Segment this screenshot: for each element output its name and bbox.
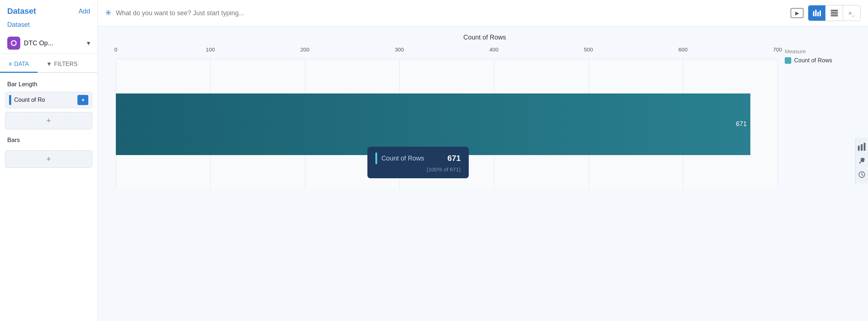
tab-filters-label: FILTERS [54,61,77,67]
field-chip-dropdown-btn[interactable]: ▾ [77,95,88,105]
sidebar: Dataset Add Dataset DTC Op... ▾ ≡ DATA ▼… [0,0,98,321]
x-label-700: 700 [773,46,782,53]
x-label-300: 300 [395,46,404,53]
tooltip-value: 671 [447,154,461,163]
svg-rect-3 [815,10,817,16]
sql-icon: >_ [849,10,855,16]
add-bar-length-btn[interactable]: + [5,112,92,129]
chart-container: Count of Rows 0 100 200 300 400 500 600 … [98,26,868,321]
view-toggle: >_ [808,5,861,21]
measure-panel: Measure Count of Rows [785,48,857,64]
tab-filters-icon: ▼ [46,61,52,67]
tab-filters[interactable]: ▼ FILTERS [38,57,86,73]
search-asterisk-icon: ✳ [105,8,111,18]
measure-color-box [785,57,791,64]
tooltip-label: Count of Rows [382,155,443,162]
x-label-500: 500 [584,46,593,53]
tooltip: Count of Rows 671 (100% of 671) [367,147,469,178]
dataset-selector[interactable]: DTC Op... ▾ [0,33,97,54]
svg-point-1 [12,41,16,45]
x-label-0: 0 [114,46,117,53]
right-sidebar [855,138,868,183]
tooltip-sub: (100% of 671) [375,166,461,172]
tab-data-label: DATA [14,61,29,67]
play-button[interactable]: ▶ [791,8,804,18]
svg-rect-8 [831,13,838,14]
x-label-200: 200 [300,46,309,53]
svg-rect-12 [864,143,865,151]
right-clock-btn[interactable] [858,171,866,178]
tab-bar: ≡ DATA ▼ FILTERS [0,57,97,73]
chart-bar-track[interactable]: 671 [116,93,778,155]
svg-line-16 [862,175,863,176]
chart-bar-fill: 671 [116,93,750,155]
view-sql-btn[interactable]: >_ [843,5,860,21]
dataset-name: DTC Op... [24,39,83,47]
svg-rect-2 [813,11,814,16]
measure-item: Count of Rows [785,57,857,64]
main-area: ✳ ▶ >_ [98,0,868,321]
dataset-label: Dataset [0,20,97,33]
bar-length-label: Bar Length [0,73,97,92]
view-chart-btn[interactable] [808,5,826,21]
grid-line-7 [778,59,778,189]
tab-data[interactable]: ≡ DATA [0,57,38,73]
svg-rect-7 [831,12,838,13]
x-label-100: 100 [206,46,215,53]
svg-rect-11 [861,144,863,151]
add-button[interactable]: Add [79,8,90,15]
bars-label: Bars [0,133,97,147]
svg-rect-5 [819,11,821,16]
tooltip-row: Count of Rows 671 [375,153,461,164]
svg-rect-10 [858,146,860,151]
svg-rect-13 [860,158,865,162]
chart-title: Count of Rows [109,34,861,41]
sidebar-header: Dataset Add [0,0,97,20]
svg-rect-9 [831,15,838,16]
x-label-400: 400 [489,46,498,53]
sidebar-title: Dataset [7,7,36,16]
add-bar-length-icon: + [46,116,51,125]
svg-rect-4 [817,12,819,16]
field-chip-bar-length[interactable]: Count of Ro ▾ [5,92,92,108]
tab-data-icon: ≡ [9,61,12,67]
right-chart-btn[interactable] [858,143,866,151]
search-input[interactable] [116,9,786,17]
measure-title: Measure [785,48,857,54]
right-paint-btn[interactable] [858,157,866,164]
measure-item-label: Count of Rows [794,57,832,64]
add-bars-icon: + [46,154,51,164]
bar-value-label: 671 [736,120,747,128]
add-bars-btn[interactable]: + [5,150,92,168]
field-chip-bar-indicator [9,95,11,105]
search-bar: ✳ ▶ >_ [98,0,868,26]
svg-rect-6 [831,10,838,11]
view-table-btn[interactable] [826,5,843,21]
tooltip-color-indicator [375,153,377,164]
dataset-dropdown-arrow[interactable]: ▾ [87,39,90,47]
field-chip-text: Count of Ro [14,97,75,103]
x-label-600: 600 [678,46,687,53]
dataset-icon [7,37,20,50]
